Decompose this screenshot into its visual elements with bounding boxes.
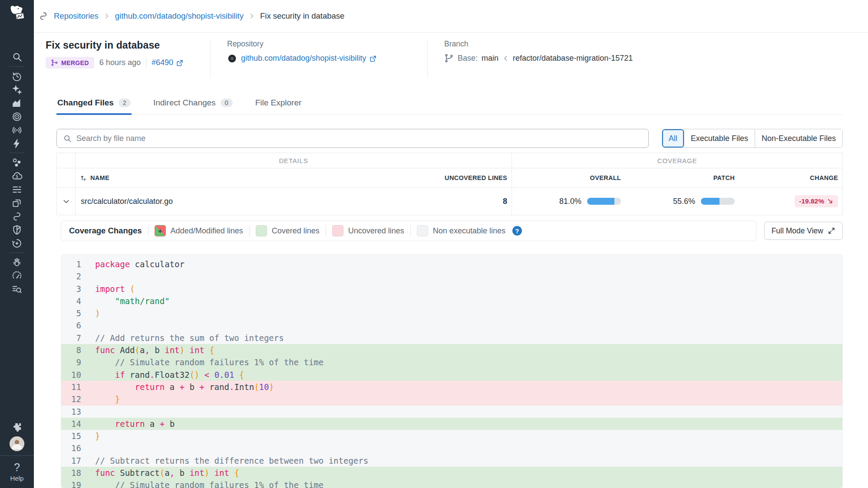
cloud-cost-icon[interactable]: $	[8, 169, 26, 183]
code-line: 11 return a + b + rand.Intn(10)	[61, 381, 842, 393]
hexagons-icon[interactable]	[8, 156, 26, 169]
line-number: 5	[61, 307, 81, 319]
legend-added-modified: + Added/Modified lines	[155, 225, 243, 236]
sidebar-divider	[9, 153, 25, 153]
line-number: 2	[61, 270, 81, 282]
column-header-patch[interactable]: PATCH	[625, 168, 739, 187]
github-icon	[227, 53, 237, 63]
breadcrumb-repositories[interactable]: Repositories	[54, 11, 99, 21]
group-header-details: DETAILS	[75, 153, 512, 168]
target-icon[interactable]	[8, 110, 26, 123]
code-line: 14 return a + b	[61, 418, 842, 430]
search-icon[interactable]	[8, 50, 26, 64]
chevron-right-icon	[104, 13, 110, 19]
history-icon[interactable]	[8, 69, 26, 83]
tab-indirect-changes[interactable]: Indirect Changes 0	[152, 98, 234, 115]
status-badge: MERGED	[46, 57, 94, 69]
help-button[interactable]: ? Help	[0, 455, 34, 488]
repository-link[interactable]: github.com/datadog/shopist-visibility	[241, 54, 377, 63]
line-number: 1	[61, 258, 81, 270]
line-number: 18	[61, 467, 81, 479]
overall-progress-bar	[587, 198, 621, 205]
line-number: 10	[61, 369, 81, 381]
line-number: 15	[61, 430, 81, 442]
sparkles-icon[interactable]	[8, 83, 26, 96]
code-line: 7// Add returns the sum of two integers	[61, 332, 842, 344]
area-chart-icon[interactable]	[8, 96, 26, 110]
file-search[interactable]	[56, 129, 649, 148]
code-line: 9 // Simulate random failures 1% of the …	[61, 356, 842, 368]
row-expander[interactable]	[56, 188, 75, 215]
app-windows-icon[interactable]	[8, 196, 26, 210]
trend-down-icon	[827, 198, 834, 205]
link-icon[interactable]	[8, 210, 26, 223]
filter-non-executable-button[interactable]: Non-Executable Files	[755, 129, 842, 147]
filter-all-button[interactable]: All	[662, 129, 684, 147]
legend-help-icon[interactable]: ?	[512, 226, 522, 236]
code-line: 19 // Simulate random failures 1% of the…	[61, 479, 842, 488]
content: Changed Files 2 Indirect Changes 0 File …	[34, 78, 868, 488]
line-number: 16	[61, 442, 81, 454]
code-line: 13	[61, 406, 842, 418]
patch-pct: 55.6%	[673, 197, 695, 206]
uncovered-lines-value: 8	[393, 188, 512, 215]
column-header-overall[interactable]: OVERALL	[512, 168, 625, 187]
line-number: 6	[61, 319, 81, 331]
code-line: 8func Add(a, b int) int {	[61, 344, 842, 356]
lightning-icon[interactable]	[8, 137, 26, 150]
column-header-uncovered-lines[interactable]: UNCOVERED LINES	[393, 168, 512, 187]
column-header-name[interactable]: NAME	[75, 168, 393, 187]
base-branch: main	[482, 54, 498, 63]
column-header-change[interactable]: CHANGE	[739, 168, 843, 187]
user-avatar[interactable]	[10, 436, 24, 451]
code-block: 1package calculator23import (4 "math/ran…	[61, 258, 842, 488]
overall-pct: 81.0%	[559, 197, 581, 206]
external-link-icon	[369, 55, 377, 62]
legend-covered: Covered lines	[256, 225, 320, 236]
base-label: Base:	[458, 54, 478, 63]
chevron-down-icon	[62, 197, 70, 206]
puzzle-icon[interactable]	[8, 420, 26, 434]
code-line: 17// Subtract returns the difference bet…	[61, 455, 842, 467]
search-list-icon[interactable]	[8, 282, 26, 296]
full-mode-view-button[interactable]: Full Mode View	[764, 222, 843, 240]
tab-changed-files[interactable]: Changed Files 2	[56, 98, 132, 115]
sidebar: $	[0, 0, 34, 488]
compare-branch: refactor/database-migration-15721	[513, 54, 633, 63]
svg-text:$: $	[16, 174, 18, 179]
bug-icon[interactable]	[8, 255, 26, 269]
legend-non-executable: Non executable lines	[417, 225, 505, 236]
group-header-coverage: COVERAGE	[512, 153, 843, 168]
shield-icon[interactable]	[8, 223, 26, 236]
breadcrumb: Repositories github.com/datadog/shopist-…	[34, 0, 868, 33]
chevron-right-icon	[249, 13, 255, 19]
sort-icon	[80, 174, 87, 182]
sidebar-divider	[9, 252, 25, 253]
tab-label: Changed Files	[57, 98, 114, 108]
line-number: 17	[61, 455, 81, 467]
tab-file-explorer[interactable]: File Explorer	[254, 98, 303, 115]
filter-executable-button[interactable]: Executable Files	[684, 129, 755, 147]
host-list-icon[interactable]	[8, 183, 26, 196]
main: Repositories github.com/datadog/shopist-…	[34, 0, 868, 488]
code-line: 12 }	[61, 393, 842, 405]
merge-age: 6 hours ago	[99, 58, 141, 67]
repository-label: Repository	[227, 39, 427, 49]
page-header: Fix security in database MERGED 6 hours …	[34, 33, 868, 78]
gauge-icon[interactable]	[8, 269, 26, 282]
code-line: 16	[61, 442, 842, 454]
quality-gate-icon[interactable]	[8, 236, 26, 250]
code-line: 1package calculator	[61, 258, 842, 270]
code-line: 2	[61, 270, 842, 282]
datadog-logo[interactable]	[7, 3, 27, 23]
search-input[interactable]	[76, 134, 642, 143]
code-line: 6	[61, 319, 842, 331]
legend-title: Coverage Changes	[69, 226, 142, 236]
file-name: src/calculator/calculator.go	[75, 188, 393, 215]
line-number: 11	[61, 381, 81, 393]
pr-link[interactable]: #6490	[152, 58, 184, 67]
breadcrumb-repo[interactable]: github.com/datadog/shopist-visibility	[115, 11, 244, 21]
branch-label: Branch	[444, 39, 843, 49]
signal-icon[interactable]	[8, 123, 26, 137]
table-row[interactable]: src/calculator/calculator.go 8 81.0% 55.…	[56, 188, 843, 215]
